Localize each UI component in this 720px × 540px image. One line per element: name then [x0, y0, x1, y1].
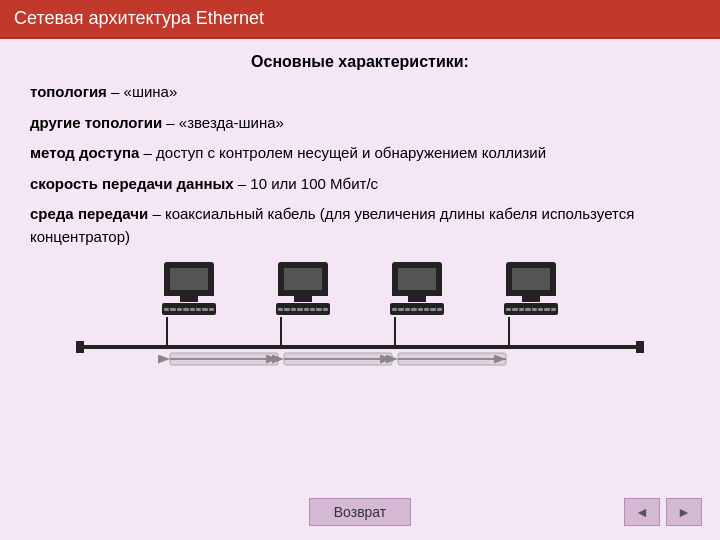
key [284, 308, 289, 311]
stand-4 [522, 296, 540, 302]
char-topology-label: топология [30, 83, 107, 100]
screen-3 [398, 268, 436, 290]
screen-2 [284, 268, 322, 290]
key [202, 308, 207, 311]
char-access-dash: – [139, 144, 156, 161]
key [183, 308, 188, 311]
key [196, 308, 201, 311]
stand-1 [180, 296, 198, 302]
key [418, 308, 423, 311]
page-header: Сетевая архитектура Ethernet [0, 0, 720, 39]
network-diagram [30, 262, 690, 478]
key [164, 308, 169, 311]
key [297, 308, 302, 311]
key [209, 308, 214, 311]
key [190, 308, 195, 311]
screen-4 [512, 268, 550, 290]
return-button[interactable]: Возврат [309, 498, 412, 526]
screen-1 [170, 268, 208, 290]
char-media-dash: – [148, 205, 165, 222]
page-title: Сетевая архитектура Ethernet [14, 8, 264, 28]
key [291, 308, 296, 311]
key [405, 308, 410, 311]
footer: Возврат ◄ ► [0, 488, 720, 540]
char-other-topology: другие топологии – «звезда-шина» [30, 112, 690, 135]
keyboard-1 [162, 303, 216, 315]
key [538, 308, 543, 311]
char-access-value: доступ с контролем несущей и обнаружение… [156, 144, 546, 161]
char-speed-dash: – [234, 175, 251, 192]
key [310, 308, 315, 311]
char-media: среда передачи – коаксиальный кабель (дл… [30, 203, 690, 248]
key [544, 308, 549, 311]
monitor-2 [278, 262, 328, 296]
char-other-topology-dash: – [162, 114, 179, 131]
key [437, 308, 442, 311]
keyboard-2 [276, 303, 330, 315]
stand-3 [408, 296, 426, 302]
computer-1 [162, 262, 216, 315]
content-area: Основные характеристики: топология – «ши… [0, 39, 720, 488]
key [316, 308, 321, 311]
key [177, 308, 182, 311]
key [519, 308, 524, 311]
monitor-3 [392, 262, 442, 296]
page: Сетевая архитектура Ethernet Основные ха… [0, 0, 720, 540]
key [392, 308, 397, 311]
keys-4 [506, 308, 556, 311]
key [525, 308, 530, 311]
keyboard-3 [390, 303, 444, 315]
key [424, 308, 429, 311]
char-other-topology-value: «звезда-шина» [179, 114, 284, 131]
keyboard-4 [504, 303, 558, 315]
bus-diagram [70, 317, 650, 367]
char-speed: скорость передачи данных – 10 или 100 Мб… [30, 173, 690, 196]
char-access: метод доступа – доступ с контролем несущ… [30, 142, 690, 165]
monitor-4 [506, 262, 556, 296]
keys-1 [164, 308, 214, 311]
char-access-label: метод доступа [30, 144, 139, 161]
computer-2 [276, 262, 330, 315]
computers-row [162, 262, 558, 315]
key [278, 308, 283, 311]
key [532, 308, 537, 311]
prev-button[interactable]: ◄ [624, 498, 660, 526]
char-speed-label: скорость передачи данных [30, 175, 234, 192]
svg-rect-1 [76, 341, 84, 353]
char-other-topology-label: другие топологии [30, 114, 162, 131]
next-button[interactable]: ► [666, 498, 702, 526]
key [512, 308, 517, 311]
key [551, 308, 556, 311]
key [506, 308, 511, 311]
stand-2 [294, 296, 312, 302]
keys-2 [278, 308, 328, 311]
char-media-label: среда передачи [30, 205, 148, 222]
keys-3 [392, 308, 442, 311]
monitor-1 [164, 262, 214, 296]
key [430, 308, 435, 311]
key [304, 308, 309, 311]
key [398, 308, 403, 311]
computer-4 [504, 262, 558, 315]
computer-3 [390, 262, 444, 315]
char-topology-dash: – [107, 83, 124, 100]
key [411, 308, 416, 311]
key [323, 308, 328, 311]
char-topology: топология – «шина» [30, 81, 690, 104]
char-topology-value: «шина» [124, 83, 178, 100]
svg-rect-2 [636, 341, 644, 353]
section-title: Основные характеристики: [30, 53, 690, 71]
key [170, 308, 175, 311]
char-speed-value: 10 или 100 Мбит/с [250, 175, 378, 192]
